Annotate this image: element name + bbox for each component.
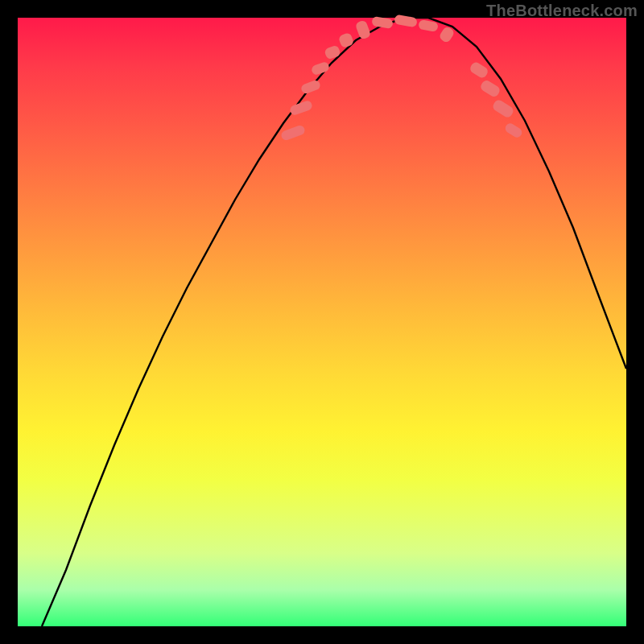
chart-frame — [18, 18, 626, 626]
highlight-segment — [338, 32, 355, 49]
highlight-segment — [418, 19, 439, 32]
highlight-segments — [18, 18, 626, 626]
watermark-label: TheBottleneck.com — [486, 2, 638, 20]
highlight-segment — [503, 122, 523, 139]
highlight-segment — [491, 98, 514, 119]
highlight-segment — [355, 19, 372, 39]
highlight-segment — [324, 44, 341, 60]
highlight-segment — [280, 124, 306, 142]
highlight-segment — [289, 100, 313, 117]
highlight-segment — [479, 79, 502, 99]
highlight-segment — [394, 14, 418, 28]
highlight-segment — [371, 16, 394, 29]
highlight-segment — [469, 60, 489, 80]
highlight-segment — [438, 26, 455, 44]
highlight-segment — [300, 79, 322, 94]
highlight-segment — [311, 61, 331, 76]
